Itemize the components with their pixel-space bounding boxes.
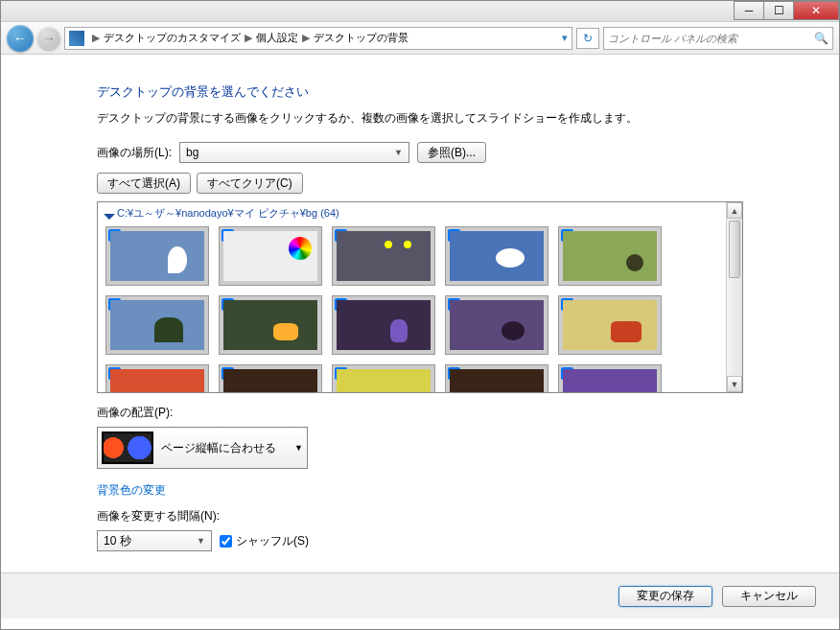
nav-back-button[interactable]: ← xyxy=(7,25,34,52)
page-description: デスクトップの背景にする画像をクリックするか、複数の画像を選択してスライドショー… xyxy=(97,110,743,127)
wallpaper-thumb[interactable] xyxy=(445,295,548,355)
breadcrumb-item[interactable]: デスクトップの背景 xyxy=(314,31,408,45)
interval-value: 10 秒 xyxy=(104,533,131,549)
wallpaper-thumb[interactable] xyxy=(219,295,322,355)
wallpaper-thumb[interactable] xyxy=(105,226,209,286)
position-label: 画像の配置(P): xyxy=(97,405,743,421)
wallpaper-thumb[interactable] xyxy=(105,364,209,392)
search-box[interactable]: 🔍 xyxy=(603,27,833,50)
background-color-link[interactable]: 背景色の変更 xyxy=(97,482,743,499)
maximize-button[interactable]: ☐ xyxy=(763,1,794,20)
nav-forward-button[interactable]: → xyxy=(37,27,60,50)
interval-label: 画像を変更する間隔(N): xyxy=(97,508,743,525)
scroll-up-button[interactable]: ▲ xyxy=(727,202,742,219)
chevron-down-icon: ▼ xyxy=(394,148,403,157)
search-input[interactable] xyxy=(608,33,814,44)
position-value: ページ縦幅に合わせる xyxy=(161,440,276,456)
gallery-scrollbar[interactable]: ▲ ▼ xyxy=(726,202,742,392)
chevron-right-icon: ▶ xyxy=(245,32,252,44)
select-all-button[interactable]: すべて選択(A) xyxy=(97,173,191,194)
shuffle-checkbox-label[interactable]: シャッフル(S) xyxy=(220,533,309,549)
browse-button[interactable]: 参照(B)... xyxy=(417,142,486,163)
collapse-icon: ◢ xyxy=(103,206,117,221)
page-title: デスクトップの背景を選んでください xyxy=(97,83,743,101)
chevron-down-icon: ▼ xyxy=(197,536,205,546)
location-label: 画像の場所(L): xyxy=(97,145,172,161)
gallery-group-header[interactable]: ◢ C:¥ユ～ザ～¥nanodayo¥マイ ピクチャ¥bg (64) xyxy=(105,206,718,221)
close-button[interactable]: ✕ xyxy=(793,1,839,20)
scroll-track[interactable] xyxy=(727,219,742,376)
wallpaper-thumb[interactable] xyxy=(105,295,209,355)
personalization-icon xyxy=(69,31,84,46)
minimize-button[interactable]: ─ xyxy=(734,1,764,20)
wallpaper-thumb[interactable] xyxy=(558,364,662,392)
wallpaper-thumb[interactable] xyxy=(332,226,435,286)
chevron-right-icon: ▶ xyxy=(92,32,100,44)
wallpaper-thumb[interactable] xyxy=(219,226,322,286)
interval-dropdown[interactable]: 10 秒 ▼ xyxy=(97,530,212,551)
wallpaper-thumb[interactable] xyxy=(558,295,662,355)
scroll-down-button[interactable]: ▼ xyxy=(727,376,742,392)
search-icon[interactable]: 🔍 xyxy=(814,32,828,45)
cancel-button[interactable]: キャンセル xyxy=(722,586,816,607)
wallpaper-thumb[interactable] xyxy=(219,364,322,392)
position-preview-icon xyxy=(102,432,153,464)
wallpaper-thumb[interactable] xyxy=(445,364,548,392)
chevron-right-icon: ▶ xyxy=(302,32,310,44)
breadcrumb-item[interactable]: 個人設定 xyxy=(256,31,298,45)
clear-all-button[interactable]: すべてクリア(C) xyxy=(197,173,303,194)
shuffle-text: シャッフル(S) xyxy=(236,533,309,549)
breadcrumb-item[interactable]: デスクトップのカスタマイズ xyxy=(104,31,241,45)
breadcrumb[interactable]: ▶ デスクトップのカスタマイズ ▶ 個人設定 ▶ デスクトップの背景 ▾ xyxy=(64,27,572,50)
chevron-down-icon[interactable]: ▾ xyxy=(562,32,568,44)
chevron-down-icon: ▼ xyxy=(294,443,303,453)
wallpaper-thumb[interactable] xyxy=(332,295,435,355)
gallery: ◢ C:¥ユ～ザ～¥nanodayo¥マイ ピクチャ¥bg (64) xyxy=(97,201,743,393)
navbar: ← → ▶ デスクトップのカスタマイズ ▶ 個人設定 ▶ デスクトップの背景 ▾… xyxy=(1,22,839,55)
location-dropdown[interactable]: bg ▼ xyxy=(179,142,409,163)
save-button[interactable]: 変更の保存 xyxy=(618,586,712,607)
footer: 変更の保存 キャンセル xyxy=(1,572,839,618)
position-dropdown[interactable]: ページ縦幅に合わせる ▼ xyxy=(97,427,308,469)
scroll-thumb[interactable] xyxy=(729,221,740,278)
location-value: bg xyxy=(186,146,198,159)
wallpaper-thumb[interactable] xyxy=(445,226,548,286)
window-controls: ─ ☐ ✕ xyxy=(1,1,839,22)
shuffle-checkbox[interactable] xyxy=(220,535,232,548)
wallpaper-thumb[interactable] xyxy=(558,226,662,286)
wallpaper-thumb[interactable] xyxy=(332,364,435,392)
refresh-button[interactable]: ↻ xyxy=(576,28,599,49)
content-area: デスクトップの背景を選んでください デスクトップの背景にする画像をクリックするか… xyxy=(1,55,839,572)
